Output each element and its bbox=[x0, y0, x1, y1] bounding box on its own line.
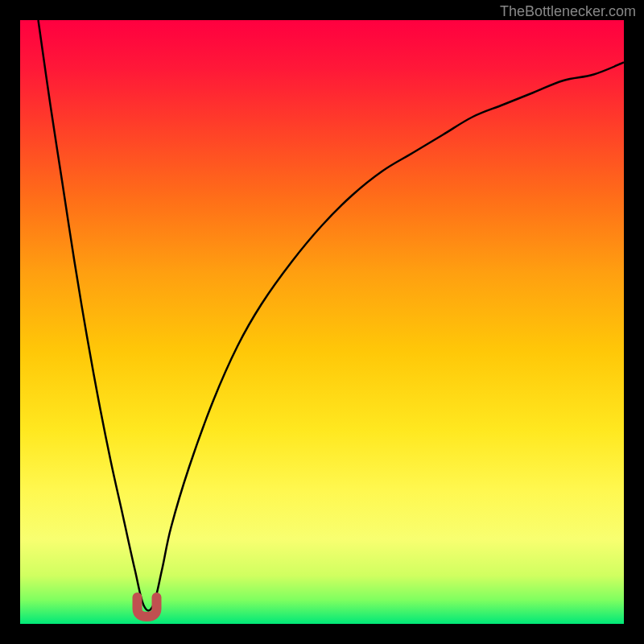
bottleneck-chart bbox=[20, 20, 624, 624]
gradient-background bbox=[20, 20, 624, 624]
watermark-text: TheBottlenecker.com bbox=[500, 3, 636, 20]
chart-frame bbox=[20, 20, 624, 624]
